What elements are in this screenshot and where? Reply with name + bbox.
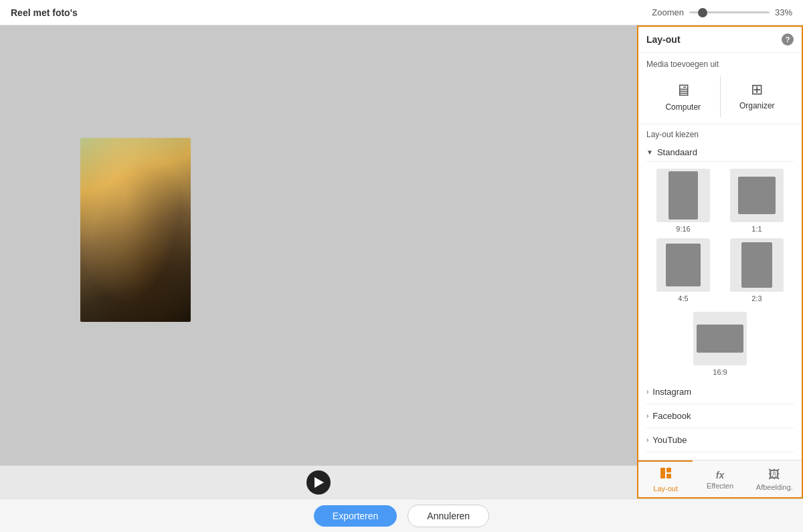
media-source-label: Media toevoegen uit [646, 60, 794, 69]
facebook-header[interactable]: › Facebook [646, 404, 794, 428]
play-icon [315, 477, 324, 488]
layout-section: Lay-out kiezen ▼ Standaard 9:16 [638, 124, 802, 460]
thumb-inner-1-1 [738, 177, 776, 214]
tab-image-label: Afbeelding. [756, 483, 793, 491]
tiktok-group: › TikTok [646, 452, 794, 460]
main-area: Lay-out ? Media toevoegen uit 🖥 Computer… [0, 25, 803, 499]
layout-thumb-16-9 [693, 312, 747, 365]
youtube-label: YouTube [652, 435, 687, 445]
layout-single-row: 16:9 [646, 309, 794, 379]
layout-label-16-9: 16:9 [713, 368, 727, 376]
tab-layout[interactable]: Lay-out [638, 460, 693, 497]
layout-thumb-2-3 [730, 238, 784, 292]
layout-item-4-5[interactable]: 4:5 [649, 238, 717, 302]
bottom-bar: Exporteren Annuleren [0, 499, 803, 532]
organizer-button[interactable]: ⊞ Organizer [721, 76, 794, 117]
zoom-percentage: 33% [775, 7, 792, 17]
layout-label-1-1: 1:1 [751, 225, 762, 233]
standard-group-header[interactable]: ▼ Standaard [646, 143, 794, 162]
play-button[interactable] [306, 470, 331, 495]
media-source-buttons: 🖥 Computer ⊞ Organizer [646, 76, 794, 117]
help-icon[interactable]: ? [782, 33, 794, 46]
playback-bar [0, 465, 637, 499]
computer-button[interactable]: 🖥 Computer [646, 76, 721, 117]
facebook-chevron: › [646, 412, 648, 420]
zoom-slider[interactable] [689, 11, 770, 13]
layout-item-1-1[interactable]: 1:1 [723, 169, 791, 233]
thumb-inner-4-5 [666, 244, 701, 286]
facebook-group: › Facebook [646, 404, 794, 428]
thumb-inner-2-3 [741, 242, 772, 288]
tiktok-header[interactable]: › TikTok [646, 452, 794, 460]
computer-icon: 🖥 [675, 81, 691, 100]
instagram-label: Instagram [652, 387, 691, 397]
layout-item-9-16[interactable]: 9:16 [649, 169, 717, 233]
layout-label-4-5: 4:5 [678, 294, 688, 302]
youtube-group: › YouTube [646, 428, 794, 452]
layout-choose-label: Lay-out kiezen [646, 130, 794, 139]
tab-effects-label: Effecten [707, 482, 733, 490]
canvas-viewport [0, 25, 637, 465]
standard-group-label: Standaard [657, 147, 697, 157]
panel-title: Lay-out [646, 34, 681, 45]
canvas-area [0, 25, 637, 499]
panel-tabs: Lay-out fx Effecten 🖼 Afbeelding. [638, 460, 802, 497]
thumb-inner-16-9 [697, 325, 743, 353]
export-button[interactable]: Exporteren [314, 505, 397, 527]
facebook-label: Facebook [652, 411, 691, 421]
photo-inner [80, 138, 191, 322]
document-title: Reel met foto's [11, 7, 78, 18]
svg-rect-2 [666, 474, 671, 478]
standard-group: ▼ Standaard 9:16 [646, 143, 794, 379]
layout-tab-icon [659, 466, 673, 483]
effects-tab-icon: fx [716, 470, 724, 480]
media-source-section: Media toevoegen uit 🖥 Computer ⊞ Organiz… [638, 53, 802, 124]
instagram-header[interactable]: › Instagram [646, 380, 794, 404]
organizer-label: Organizer [739, 101, 775, 110]
layout-thumb-9-16 [656, 169, 710, 222]
cancel-button[interactable]: Annuleren [408, 505, 489, 527]
svg-rect-0 [660, 468, 665, 478]
panel-header: Lay-out ? [638, 27, 802, 53]
tab-image[interactable]: 🖼 Afbeelding. [747, 460, 802, 497]
zoom-control: Zoomen 33% [652, 7, 792, 17]
tab-layout-label: Lay-out [653, 484, 678, 493]
instagram-chevron: › [646, 388, 648, 395]
layout-thumb-1-1 [730, 169, 784, 222]
layout-label-2-3: 2:3 [751, 294, 762, 302]
top-bar: Reel met foto's Zoomen 33% [0, 0, 803, 25]
layout-label-9-16: 9:16 [676, 225, 690, 233]
layout-item-16-9[interactable]: 16:9 [649, 312, 791, 376]
thumb-inner-9-16 [668, 171, 698, 219]
standard-chevron: ▼ [646, 149, 653, 156]
instagram-group: › Instagram [646, 380, 794, 404]
image-tab-icon: 🖼 [768, 468, 780, 482]
svg-rect-1 [666, 468, 671, 472]
photo-preview [80, 138, 191, 322]
right-panel: Lay-out ? Media toevoegen uit 🖥 Computer… [637, 25, 803, 499]
zoom-label: Zoomen [652, 7, 684, 17]
computer-label: Computer [665, 102, 701, 112]
organizer-icon: ⊞ [751, 81, 763, 98]
tab-effects[interactable]: fx Effecten [693, 460, 747, 497]
layout-thumb-4-5 [656, 238, 710, 292]
youtube-chevron: › [646, 436, 648, 444]
layout-item-2-3[interactable]: 2:3 [723, 238, 791, 302]
youtube-header[interactable]: › YouTube [646, 428, 794, 452]
layout-grid: 9:16 1:1 4:5 [646, 162, 794, 309]
